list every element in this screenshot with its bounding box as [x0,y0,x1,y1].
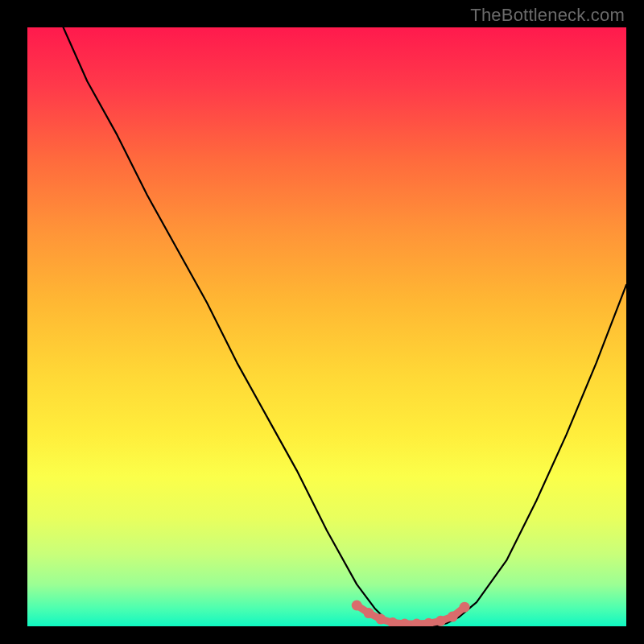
optimal-range-markers [352,601,470,627]
optimal-range-dot [411,619,422,627]
optimal-range-dot [399,619,410,627]
chart-frame: TheBottleneck.com [0,0,644,644]
optimal-range-dot [376,614,386,625]
watermark-text: TheBottleneck.com [470,5,625,26]
bottleneck-curve [64,27,626,626]
optimal-range-dot [436,616,446,626]
optimal-range-dot [352,601,362,611]
optimal-range-dot [448,612,458,622]
plot-area [27,27,626,626]
optimal-range-dot [460,602,470,613]
chart-svg [27,27,626,626]
optimal-range-dot [364,608,374,618]
